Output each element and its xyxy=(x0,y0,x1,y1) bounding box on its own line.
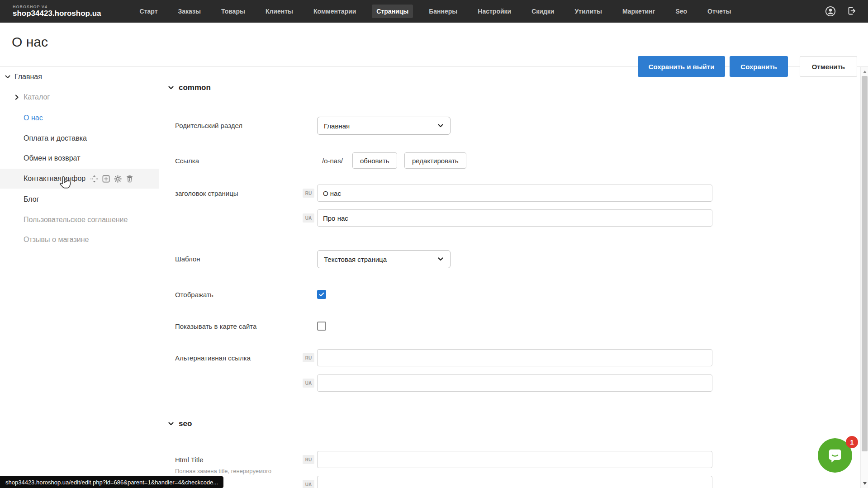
nav-clients[interactable]: Клиенты xyxy=(261,5,298,18)
scrollbar-thumb[interactable] xyxy=(862,76,868,451)
nav-start[interactable]: Старт xyxy=(135,5,162,18)
sidebar-item-label: Главная xyxy=(14,73,42,81)
nav-comments[interactable]: Комментарии xyxy=(309,5,360,18)
sitemap-checkbox[interactable] xyxy=(317,322,326,331)
select-value: Текстовая страница xyxy=(324,256,437,263)
header-actions: Сохранить и выйти Сохранить Отменить xyxy=(638,56,857,77)
nav-reports[interactable]: Отчеты xyxy=(703,5,735,18)
template-label: Шаблон xyxy=(175,255,200,263)
sidebar-item-payment-delivery[interactable]: Оплата и доставка xyxy=(0,128,159,148)
html-title-ua-input[interactable] xyxy=(317,476,712,488)
sidebar-item-label: Пользовательское соглашение xyxy=(24,216,128,224)
alt-link-ua-input[interactable] xyxy=(317,374,712,392)
vertical-scrollbar[interactable] xyxy=(860,67,868,488)
tree-row-actions xyxy=(90,175,134,183)
template-select[interactable]: Текстовая страница xyxy=(317,250,451,268)
app-logo[interactable]: HOROSHOP V4 shop34423.horoshop.ua xyxy=(13,5,101,18)
chevron-down-icon xyxy=(437,123,444,129)
sidebar-item-label: Отзывы о магазине xyxy=(24,236,89,244)
select-value: Главная xyxy=(324,122,437,130)
check-icon xyxy=(318,291,325,298)
chevron-down-icon xyxy=(168,421,174,427)
top-navigation: Старт Заказы Товары Клиенты Комментарии … xyxy=(135,5,736,18)
parent-section-label: Родительский раздел xyxy=(175,122,242,129)
section-seo-toggle[interactable]: seo xyxy=(168,419,192,428)
sidebar-item-label: Контактная инфор xyxy=(24,175,85,183)
section-title: common xyxy=(179,83,211,92)
sidebar-item-about[interactable]: О нас xyxy=(0,108,159,128)
html-title-label: Html Title xyxy=(175,456,204,464)
sidebar-item-store-reviews[interactable]: Отзывы о магазине xyxy=(0,230,159,250)
nav-marketing[interactable]: Маркетинг xyxy=(618,5,660,18)
nav-products[interactable]: Товары xyxy=(217,5,250,18)
page-title-ru-input[interactable] xyxy=(317,185,712,202)
page-title: О нас xyxy=(12,34,48,50)
link-label: Ссылка xyxy=(175,157,199,165)
chevron-down-icon xyxy=(168,85,174,91)
status-url-tooltip: shop34423.horoshop.ua/edit/edit.php?id=6… xyxy=(0,476,223,488)
lang-ua-tag: UA xyxy=(303,480,314,488)
display-checkbox[interactable] xyxy=(317,290,326,299)
alt-link-ru-input[interactable] xyxy=(317,349,712,366)
add-icon[interactable] xyxy=(102,175,110,183)
nav-orders[interactable]: Заказы xyxy=(174,5,205,18)
page-title-label: заголовок страницы xyxy=(175,190,238,197)
nav-seo[interactable]: Seo xyxy=(671,5,692,18)
sidebar-item-label: Блог xyxy=(24,195,39,204)
sidebar-item-contact-info[interactable]: Контактная инфор xyxy=(0,169,159,189)
delete-icon[interactable] xyxy=(125,175,134,183)
sidebar-item-exchange-return[interactable]: Обмен и возврат xyxy=(0,148,159,168)
link-refresh-button[interactable]: обновить xyxy=(352,152,397,169)
chevron-right-icon[interactable] xyxy=(14,94,20,100)
sidebar-item-label: Каталог xyxy=(24,93,50,101)
html-title-hint: Полная замена title, генерируемого xyxy=(175,468,271,474)
save-and-exit-button[interactable]: Сохранить и выйти xyxy=(638,56,726,77)
logout-icon[interactable] xyxy=(846,5,858,17)
sidebar-item-label: Оплата и доставка xyxy=(24,134,87,142)
chat-widget-button[interactable]: 1 xyxy=(818,438,852,473)
nav-utilities[interactable]: Утилиты xyxy=(570,5,606,18)
page-edit-form: common Родительский раздел Главная Ссылк… xyxy=(160,67,860,488)
pages-tree-sidebar: Главная Каталог О нас Оплата и доставка … xyxy=(0,67,159,488)
sidebar-item-label: О нас xyxy=(24,114,43,122)
lang-ru-tag: RU xyxy=(303,455,314,464)
nav-discounts[interactable]: Скидки xyxy=(527,5,559,18)
lang-ua-tag: UA xyxy=(303,379,314,388)
parent-section-select[interactable]: Главная xyxy=(317,117,451,135)
link-path-value: /o-nas/ xyxy=(322,157,343,165)
scroll-down-arrow[interactable] xyxy=(861,479,868,487)
section-common-toggle[interactable]: common xyxy=(168,83,211,92)
sidebar-item-catalog[interactable]: Каталог xyxy=(0,87,159,107)
lang-ru-tag: RU xyxy=(303,189,314,198)
chat-unread-badge: 1 xyxy=(846,436,858,448)
sidebar-item-user-agreement[interactable]: Пользовательское соглашение xyxy=(0,210,159,230)
lang-ua-tag: UA xyxy=(303,213,314,223)
save-button[interactable]: Сохранить xyxy=(730,56,787,77)
sidebar-item-label: Обмен и возврат xyxy=(24,154,80,162)
lang-ru-tag: RU xyxy=(303,353,314,362)
nav-settings[interactable]: Настройки xyxy=(473,5,516,18)
scroll-up-arrow[interactable] xyxy=(861,68,868,76)
nav-pages[interactable]: Страницы xyxy=(372,5,413,18)
link-edit-button[interactable]: редактировать xyxy=(404,152,466,169)
chevron-down-icon xyxy=(437,256,444,262)
page-header: О нас Сохранить и выйти Сохранить Отмени… xyxy=(0,23,868,67)
display-label: Отображать xyxy=(175,291,213,298)
section-title: seo xyxy=(179,419,192,428)
account-icon[interactable] xyxy=(825,5,836,17)
sidebar-item-blog[interactable]: Блог xyxy=(0,190,159,209)
move-icon[interactable] xyxy=(90,175,99,183)
settings-icon[interactable] xyxy=(114,175,122,183)
sidebar-item-home[interactable]: Главная xyxy=(0,67,159,87)
sitemap-label: Показывать в карте сайта xyxy=(175,322,256,330)
cancel-button[interactable]: Отменить xyxy=(800,56,857,77)
html-title-ru-input[interactable] xyxy=(317,451,712,468)
page-title-ua-input[interactable] xyxy=(317,209,712,227)
logo-domain: shop34423.horoshop.ua xyxy=(13,9,101,18)
topbar: HOROSHOP V4 shop34423.horoshop.ua Старт … xyxy=(0,0,868,23)
chevron-down-icon[interactable] xyxy=(5,74,11,80)
alt-link-label: Альтернативная ссылка xyxy=(175,354,251,362)
nav-banners[interactable]: Баннеры xyxy=(424,5,462,18)
